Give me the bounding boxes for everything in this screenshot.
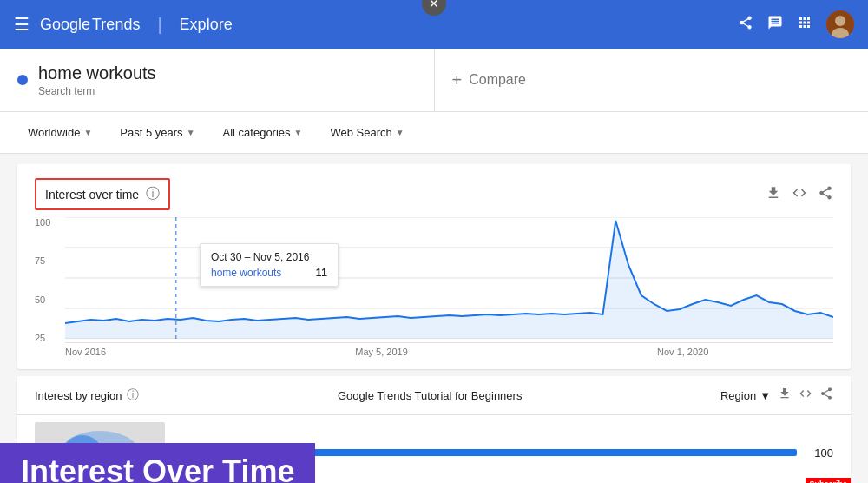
bottom-actions: Region ▼: [720, 387, 833, 404]
chart-x-labels: Nov 2016 May 5, 2019 Nov 1, 2020: [65, 347, 833, 357]
card-actions: [766, 185, 833, 204]
chart-tooltip: Oct 30 – Nov 5, 2016 home workouts 11: [200, 243, 339, 287]
compare-plus-icon: +: [452, 70, 463, 90]
country-value: 100: [814, 447, 833, 460]
header-divider: |: [157, 15, 161, 35]
download-icon-bottom[interactable]: [778, 387, 792, 404]
filter-time[interactable]: Past 5 years ▼: [109, 121, 205, 144]
info-icon[interactable]: ⓘ: [146, 185, 160, 203]
tooltip-term: home workouts: [211, 267, 281, 279]
chart-svg: [65, 217, 833, 339]
share-icon[interactable]: [818, 185, 833, 204]
y-label-50: 50: [35, 294, 50, 305]
notification-icon[interactable]: [767, 15, 783, 35]
interest-by-region-label: Interest by region: [35, 389, 122, 402]
compare-label: Compare: [469, 72, 526, 88]
code-icon-bottom[interactable]: [799, 387, 812, 404]
share-icon[interactable]: [738, 15, 753, 35]
card-header: Interest over time ⓘ: [17, 164, 851, 217]
filter-bar: Worldwide ▼ Past 5 years ▼ All categorie…: [0, 112, 868, 154]
avatar[interactable]: [826, 10, 854, 38]
download-icon[interactable]: [766, 185, 781, 204]
filter-category[interactable]: All categories ▼: [213, 121, 313, 144]
overlay-text-content: Interest Over Time: [21, 453, 294, 483]
y-label-100: 100: [35, 217, 50, 228]
search-term-label: Search term: [38, 85, 156, 97]
bottom-header: Interest by region ⓘ Google Trends Tutor…: [17, 376, 851, 415]
tooltip-date: Oct 30 – Nov 5, 2016: [211, 251, 327, 263]
menu-icon[interactable]: ☰: [14, 14, 30, 35]
search-term-box: home workouts Search term: [0, 49, 435, 111]
search-area: home workouts Search term + Compare: [0, 49, 868, 112]
svg-point-1: [835, 16, 845, 26]
chevron-down-icon: ▼: [396, 128, 404, 137]
filter-type[interactable]: Web Search ▼: [319, 121, 414, 144]
bottom-left: Interest by region ⓘ: [35, 387, 139, 403]
youtube-badge[interactable]: Subscribe: [806, 478, 851, 483]
x-label-2019: May 5, 2019: [355, 347, 408, 357]
chart-y-labels: 100 75 50 25: [35, 217, 50, 343]
search-term-info: home workouts Search term: [38, 63, 156, 97]
compare-box[interactable]: + Compare: [435, 49, 869, 111]
y-label-75: 75: [35, 255, 50, 266]
info-icon-bottom[interactable]: ⓘ: [127, 387, 139, 403]
close-button[interactable]: ✕: [422, 0, 446, 16]
tooltip-row: home workouts 11: [211, 267, 327, 279]
x-label-2016: Nov 2016: [65, 347, 106, 357]
explore-label: Explore: [180, 16, 233, 34]
bottom-subtitle: Google Trends Tutorial for Beginners: [139, 389, 720, 402]
tooltip-value: 11: [316, 267, 327, 279]
x-label-2020: Nov 1, 2020: [657, 347, 708, 357]
chart-area: Oct 30 – Nov 5, 2016 home workouts 11: [65, 217, 833, 343]
chevron-down-icon: ▼: [294, 128, 303, 137]
region-dropdown[interactable]: Region ▼: [720, 389, 771, 402]
header: ☰ Google Trends | Explore ✕: [0, 0, 868, 49]
card-title: Interest over time: [45, 188, 139, 202]
y-label-25: 25: [35, 333, 50, 343]
chart-container: 100 75 50 25: [17, 217, 851, 369]
filter-region[interactable]: Worldwide ▼: [17, 121, 102, 144]
chevron-down-icon: ▼: [83, 128, 92, 137]
overlay-text: Interest Over Time: [0, 443, 315, 483]
chevron-down-icon: ▼: [760, 389, 771, 402]
card-title-area: Interest over time ⓘ: [35, 178, 170, 210]
share-icon-bottom[interactable]: [819, 387, 833, 404]
apps-icon[interactable]: [797, 15, 812, 35]
header-left: ☰ Google Trends | Explore: [14, 14, 233, 35]
code-icon[interactable]: [792, 185, 807, 204]
main-content: Interest over time ⓘ 100 75 50: [0, 154, 868, 483]
search-term-text: home workouts: [38, 63, 156, 83]
header-right: [738, 10, 854, 38]
trends-logo-text: Trends: [92, 16, 140, 34]
chevron-down-icon: ▼: [187, 128, 195, 137]
google-trends-logo: Google Trends: [40, 16, 140, 34]
country-bar: [291, 449, 797, 456]
google-logo-text: Google: [40, 16, 90, 34]
interest-over-time-card: Interest over time ⓘ 100 75 50: [17, 164, 851, 369]
search-dot: [17, 75, 28, 85]
search-row: home workouts Search term + Compare: [0, 49, 868, 111]
